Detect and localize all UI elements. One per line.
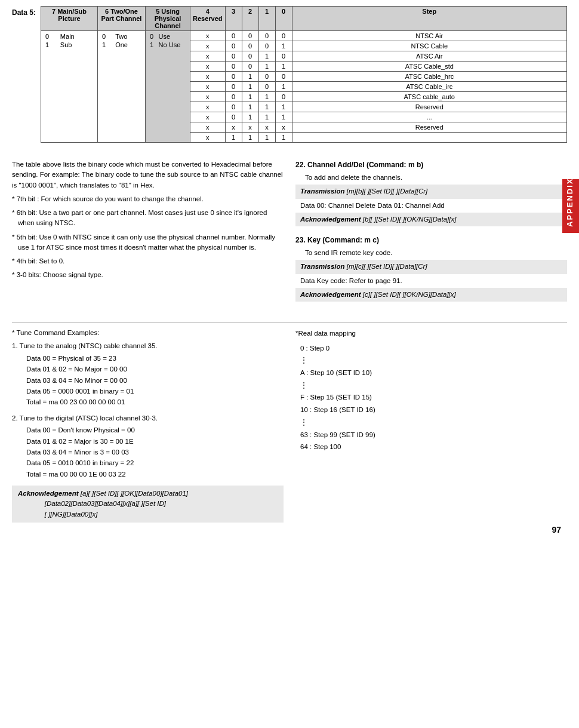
real-data-line: ⋮	[300, 379, 567, 392]
left-content: The table above lists the binary code wh…	[12, 159, 284, 310]
col3-val: 0	[225, 92, 242, 102]
col2-val: 1	[242, 133, 258, 143]
col4-reserved: x	[190, 31, 226, 41]
col2-val: 1	[242, 112, 258, 122]
cmd23-tx-content: [m][c][ ][Set ID][ ][Data][Cr]	[345, 263, 427, 270]
col4-reserved: x	[190, 112, 226, 122]
cmd23-desc: To send IR remote key code.	[295, 248, 567, 258]
col4-header: 4 Reserved	[190, 7, 226, 31]
col3-val: 0	[225, 62, 242, 72]
col0-val: 1	[275, 133, 292, 143]
real-data-line: F : Step 15 (SET ID 15)	[300, 391, 567, 404]
col3-val: 0	[225, 31, 242, 41]
cmd22-section: 22. Channel Add/Del (Command: m b) To ad…	[295, 159, 567, 226]
col0-val: 0	[275, 72, 292, 82]
step-header: Step	[292, 7, 566, 31]
step-val: Reserved	[292, 102, 566, 112]
tune-item2-data: Data 00 = Don't know Physical = 00Data 0…	[12, 425, 284, 480]
step-val	[292, 133, 566, 143]
cmd22-data: Data 00: Channel Delete Data 01: Channel…	[295, 201, 567, 211]
col1-val: 0	[258, 72, 275, 82]
real-data-line: 10 : Step 16 (SET ID 16)	[300, 404, 567, 416]
real-data-line: 0 : Step 0	[300, 342, 567, 355]
col2-header: 2	[242, 7, 258, 31]
bullet1: * 7th bit : For which source do you want…	[12, 194, 284, 204]
tune-section: * Tune Command Examples: 1. Tune to the …	[12, 327, 284, 523]
col7-data: 0Main1Sub	[41, 31, 98, 143]
col5-data: 0Use1No Use	[146, 31, 190, 143]
tune1-line: Data 01 & 02 = No Major = 00 00	[26, 364, 284, 374]
col0-val: 1	[275, 102, 292, 112]
step-val: ATSC Cable_irc	[292, 82, 566, 92]
tune2-line: Data 03 & 04 = Minor is 3 = 00 03	[26, 447, 284, 457]
real-data-line: 64 : Step 100	[300, 441, 567, 453]
col0-header: 0	[275, 7, 292, 31]
tune-item1: 1. Tune to the analog (NTSC) cable chann…	[12, 340, 284, 407]
step-val: Reserved	[292, 122, 566, 133]
col4-reserved: x	[190, 82, 226, 92]
tune2-line: Data 05 = 0010 0010 in binary = 22	[26, 457, 284, 468]
real-data-title: *Real data mapping	[295, 327, 567, 340]
tune1-line: Total = ma 00 23 00 00 00 00 01	[26, 397, 284, 407]
cmd22-ack-content: [b][ ][Set ID][ ][OK/NG][Data][x]	[361, 216, 457, 223]
step-val: ...	[292, 112, 566, 122]
bullet3: * 5th bit: Use 0 with NTSC since it can …	[12, 232, 284, 253]
page-number: 97	[552, 525, 561, 535]
tune2-line: Total = ma 00 00 00 1E 00 03 22	[26, 469, 284, 480]
col5-header: 5 Using Physical Channel	[146, 7, 190, 31]
col2-val: 0	[242, 31, 258, 41]
col1-val: 0	[258, 31, 275, 41]
col3-val: 0	[225, 112, 242, 122]
cmd22-title: 22. Channel Add/Del (Command: m b)	[295, 159, 567, 170]
col3-val: 0	[225, 41, 242, 51]
cmd23-title: 23. Key (Command: m c)	[295, 235, 567, 245]
col3-val: 0	[225, 51, 242, 62]
col0-val: x	[275, 122, 292, 133]
appendix-sidebar: APPENDIX	[562, 179, 579, 233]
col3-val: 0	[225, 102, 242, 112]
col1-val: 1	[258, 62, 275, 72]
col1-val: 1	[258, 112, 275, 122]
main-table: 7 Main/Sub Picture 6 Two/One Part Channe…	[41, 6, 567, 143]
bullet2: * 6th bit: Use a two part or one part ch…	[12, 208, 284, 229]
para1: The table above lists the binary code wh…	[12, 159, 284, 191]
col1-val: 0	[258, 82, 275, 92]
col4-reserved: x	[190, 62, 226, 72]
col7-header: 7 Main/Sub Picture	[41, 7, 98, 31]
col2-val: x	[242, 122, 258, 133]
col3-val: 0	[225, 72, 242, 82]
col0-val: 0	[275, 31, 292, 41]
real-data-line: ⋮	[300, 354, 567, 367]
cmd23-ack-label: Acknowledgement	[300, 291, 361, 298]
col2-val: 0	[242, 41, 258, 51]
cmd23-transmission: Transmission [m][c][ ][Set ID][ ][Data][…	[295, 260, 567, 274]
cmd23-tx-label: Transmission	[300, 263, 345, 270]
tune-item1-header: 1. Tune to the analog (NTSC) cable chann…	[12, 340, 284, 351]
col6-header: 6 Two/One Part Channel	[98, 7, 146, 31]
cmd22-transmission: Transmission [m][b][ ][Set ID][ ][Data][…	[295, 185, 567, 198]
col3-header: 3	[225, 7, 242, 31]
col4-reserved: x	[190, 51, 226, 62]
data5-label: Data 5:	[12, 8, 36, 17]
real-data-line: ⋮	[300, 416, 567, 429]
cmd22-ack: Acknowledgement [b][ ][Set ID][ ][OK/NG]…	[295, 213, 567, 226]
col4-reserved: x	[190, 122, 226, 133]
col3-val: 0	[225, 82, 242, 92]
col0-val: 0	[275, 51, 292, 62]
col2-val: 1	[242, 102, 258, 112]
step-val: ATSC Cable_std	[292, 62, 566, 72]
tune-item2: 2. Tune to the digital (ATSC) local chan…	[12, 413, 284, 480]
col2-val: 1	[242, 82, 258, 92]
col1-val: 0	[258, 41, 275, 51]
tune2-line: Data 01 & 02 = Major is 30 = 00 1E	[26, 436, 284, 447]
cmd23-ack-content: [c][ ][Set ID][ ][OK/NG][Data][x]	[361, 291, 456, 298]
bullet4: * 4th bit: Set to 0.	[12, 256, 284, 266]
col1-val: x	[258, 122, 275, 133]
col2-val: 0	[242, 62, 258, 72]
tune1-line: Data 05 = 0000 0001 in binary = 01	[26, 386, 284, 397]
col2-val: 0	[242, 51, 258, 62]
real-data-content: 0 : Step 0⋮A : Step 10 (SET ID 10)⋮F : S…	[295, 342, 567, 453]
col4-reserved: x	[190, 133, 226, 143]
col4-reserved: x	[190, 41, 226, 51]
col2-val: 1	[242, 92, 258, 102]
